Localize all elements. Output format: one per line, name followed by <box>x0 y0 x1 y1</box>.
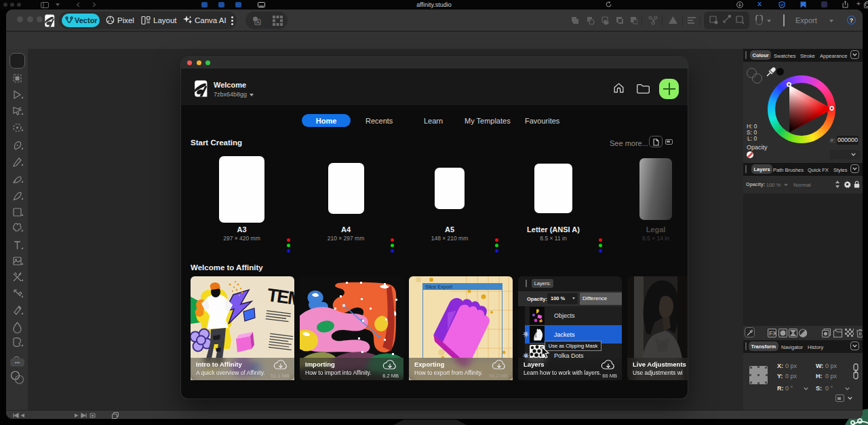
svg-text:FX: FX <box>769 330 777 337</box>
svg-text:TEMP: TEMP <box>266 284 294 311</box>
svg-text:A: A <box>256 20 260 24</box>
svg-text:Slice Export: Slice Export <box>425 284 453 290</box>
